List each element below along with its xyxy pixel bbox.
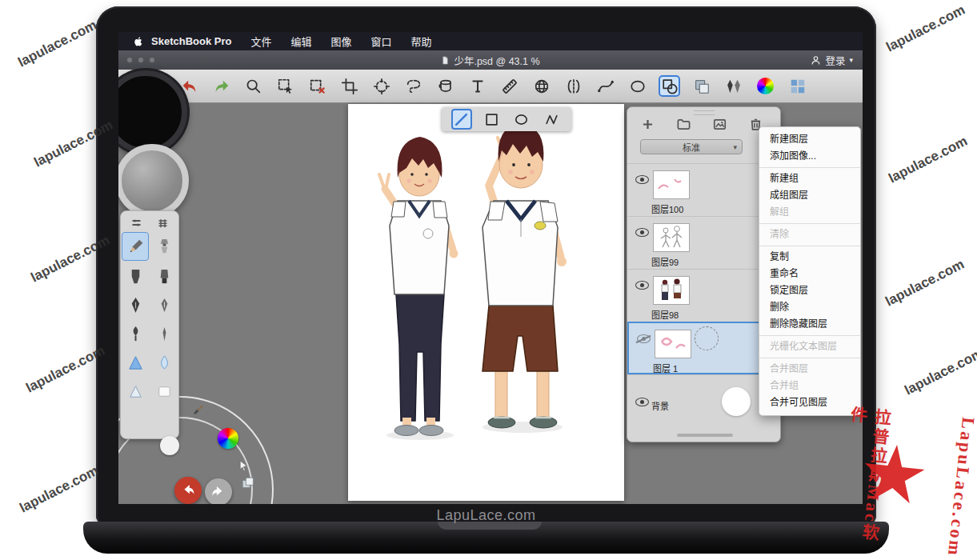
star-icon: ★: [855, 432, 933, 518]
tool-palette[interactable]: [787, 75, 808, 97]
corner-undo-button[interactable]: [174, 477, 202, 504]
tool-curve[interactable]: [595, 75, 616, 97]
select-icon: [277, 78, 294, 95]
polyline-icon: [544, 112, 559, 127]
canvas-artwork: [348, 104, 624, 501]
brush-triangle-outline[interactable]: [121, 377, 150, 406]
corner-layers-button[interactable]: [237, 472, 259, 494]
tool-copy[interactable]: [691, 75, 712, 97]
brush-pencil[interactable]: [122, 232, 149, 261]
rectangle-icon: [484, 112, 499, 127]
brush-pen-nib[interactable]: [121, 290, 150, 319]
group-folder-button[interactable]: [676, 117, 691, 132]
brush-marker-broad[interactable]: [121, 262, 150, 290]
eye-visible-icon[interactable]: [635, 228, 649, 237]
menu-item-2[interactable]: 图像: [330, 36, 351, 48]
menu-divider: [759, 246, 860, 246]
corner-color-wheel-button[interactable]: [218, 428, 238, 449]
layer-row[interactable]: 背景: [627, 374, 780, 427]
layer-row[interactable]: 图层99: [627, 216, 780, 269]
brush-marker-flat[interactable]: [150, 262, 178, 290]
layer-thumbnail[interactable]: [722, 387, 751, 416]
palette-icon: [789, 78, 807, 95]
eye-visible-icon[interactable]: [635, 281, 649, 290]
tool-crop[interactable]: [338, 75, 360, 97]
context-menu-item-13[interactable]: 删除隐藏图层: [759, 316, 860, 333]
menu-item-4[interactable]: 帮助: [410, 36, 431, 48]
shape-tool-rectangle[interactable]: [481, 109, 502, 130]
tool-zoom[interactable]: [242, 75, 264, 97]
layer-row[interactable]: 图层98: [627, 269, 780, 322]
add-image-button[interactable]: [712, 117, 727, 132]
grid-icon[interactable]: [157, 217, 169, 229]
shape-tool-polyline[interactable]: [541, 109, 562, 130]
tool-text[interactable]: [466, 75, 488, 97]
corner-paintbrush-button[interactable]: [187, 400, 208, 421]
watermark-text: lapulace.com: [23, 343, 107, 397]
pen-nib-icon: [126, 296, 145, 314]
layer-name: 图层99: [651, 255, 679, 268]
apple-menu-icon[interactable]: [133, 36, 144, 47]
brush-fine-nib[interactable]: [150, 319, 178, 348]
tool-perspective[interactable]: [531, 75, 552, 97]
tool-shapes[interactable]: [659, 75, 680, 97]
eye-visible-icon[interactable]: [635, 398, 649, 406]
blend-mode-dropdown[interactable]: 标准 ▾: [640, 139, 743, 154]
tune-icon[interactable]: [130, 217, 142, 229]
tool-ruler[interactable]: [499, 75, 520, 97]
tool-lasso[interactable]: [402, 75, 424, 97]
layer-thumbnail[interactable]: [653, 276, 690, 305]
brush-triangle-solid[interactable]: [121, 348, 150, 377]
eye-visible-icon[interactable]: [635, 175, 649, 184]
context-menu-item-0[interactable]: 新建图层: [759, 131, 860, 148]
tool-ellipse[interactable]: [627, 75, 648, 97]
fill-icon: [437, 78, 454, 95]
zoom-icon: [245, 78, 262, 95]
corner-white-dot-button[interactable]: [160, 436, 179, 455]
tool-brushes[interactable]: [723, 75, 744, 97]
menu-item-1[interactable]: 编辑: [290, 36, 311, 48]
layer-thumbnail[interactable]: [653, 170, 690, 199]
brush-airbrush[interactable]: [150, 231, 178, 260]
context-menu-item-10[interactable]: 重命名: [759, 266, 860, 282]
shape-tool-ellipse[interactable]: [511, 109, 532, 130]
brush-palette: [120, 210, 179, 439]
layer-thumbnail[interactable]: [655, 330, 691, 358]
tool-transform[interactable]: [370, 75, 392, 97]
layer-row[interactable]: 图层100: [627, 163, 780, 216]
corner-redo-button[interactable]: [205, 478, 232, 504]
horizontal-scrollbar[interactable]: [677, 434, 733, 437]
brush-eraser[interactable]: [150, 377, 178, 406]
text-icon: [469, 78, 486, 95]
shape-tool-line[interactable]: [451, 109, 472, 130]
context-menu-item-12[interactable]: 删除: [759, 299, 860, 316]
layer-thumbnail[interactable]: [653, 223, 690, 252]
context-menu-item-9[interactable]: 复制: [759, 249, 860, 266]
context-menu-item-3[interactable]: 新建组: [759, 170, 860, 187]
tool-deselect[interactable]: [306, 75, 328, 97]
add-layer-button[interactable]: [640, 117, 655, 132]
context-menu-item-11[interactable]: 锁定图层: [759, 282, 860, 299]
menu-divider: [759, 358, 860, 358]
lasso-icon: [405, 78, 422, 95]
tool-select[interactable]: [274, 75, 296, 97]
layer-row[interactable]: 图层 1: [627, 322, 780, 374]
tool-fill[interactable]: [434, 75, 456, 97]
menu-item-0[interactable]: 文件: [250, 36, 271, 48]
fine-nib-icon: [155, 325, 174, 343]
login-control[interactable]: 登录 ▾: [810, 50, 853, 70]
tool-redo[interactable]: [210, 75, 232, 97]
brush-droplet[interactable]: [150, 348, 178, 377]
tool-symmetry[interactable]: [563, 75, 584, 97]
menu-item-3[interactable]: 窗口: [370, 36, 391, 48]
brush-puck[interactable]: [118, 144, 189, 218]
brush-pen-nib-2[interactable]: [150, 290, 178, 319]
context-menu-item-4[interactable]: 成组图层: [759, 187, 860, 204]
tool-colorwheel[interactable]: [755, 75, 776, 97]
eye-hidden-icon[interactable]: [637, 334, 651, 343]
panel-grip[interactable]: [694, 110, 715, 115]
app-name[interactable]: SketchBook Pro: [151, 35, 231, 47]
brush-ink-pen[interactable]: [121, 319, 150, 348]
canvas[interactable]: [348, 104, 624, 501]
context-menu-item-1[interactable]: 添加图像...: [759, 148, 860, 165]
